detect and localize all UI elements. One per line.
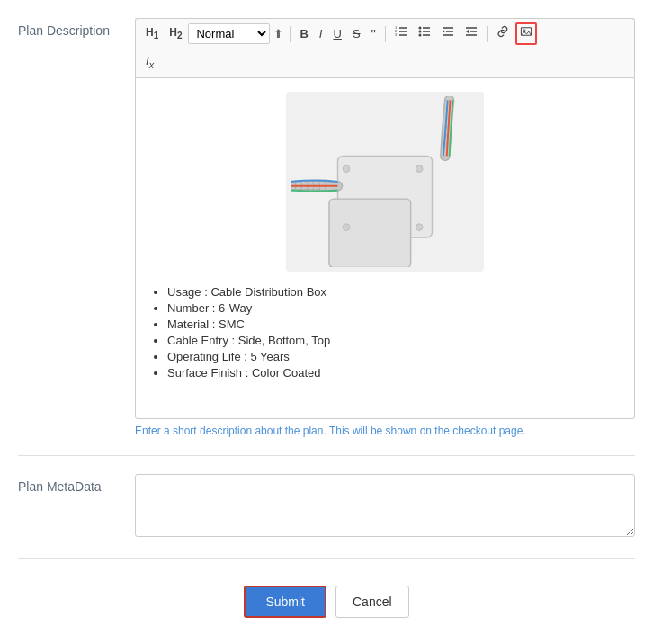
italic-button[interactable]: I [315, 24, 327, 44]
hint-text-before: Enter a short description about the plan… [135, 425, 329, 437]
unordered-list-button[interactable] [414, 23, 435, 44]
svg-point-27 [416, 224, 423, 231]
svg-point-8 [418, 34, 421, 37]
format-select[interactable]: Normal Heading 1 Heading 2 Heading 3 Par… [188, 23, 270, 44]
editor-toolbar-row2: Ix [135, 49, 635, 77]
toolbar-divider-2 [385, 26, 386, 42]
metadata-textarea[interactable] [135, 474, 635, 537]
svg-text:3: 3 [395, 32, 398, 37]
hint-text: Enter a short description about the plan… [135, 425, 635, 437]
svg-point-25 [416, 165, 423, 173]
image-button[interactable] [515, 22, 537, 45]
bullet-item: Number : 6-Way [167, 301, 621, 315]
h1-button[interactable]: H1 [141, 23, 163, 44]
editor-body[interactable]: Usage : Cable Distribution Box Number : … [135, 77, 635, 419]
submit-button[interactable]: Submit [244, 586, 326, 618]
bullet-item: Usage : Cable Distribution Box [167, 285, 621, 299]
product-illustration [291, 96, 479, 267]
svg-point-24 [343, 165, 350, 173]
svg-point-6 [418, 27, 421, 30]
bold-button[interactable]: B [295, 24, 312, 44]
blockquote-button[interactable]: " [367, 22, 380, 45]
form-buttons: Submit Cancel [18, 577, 635, 618]
bullet-item: Cable Entry : Side, Bottom, Top [167, 334, 621, 347]
svg-point-26 [343, 224, 350, 231]
bullet-item: Material : SMC [167, 318, 621, 331]
svg-marker-19 [466, 30, 469, 33]
toolbar-divider-3 [487, 26, 488, 42]
indent-increase-button[interactable] [461, 23, 482, 44]
plan-description-label: Plan Description [18, 18, 135, 38]
product-image-area [149, 92, 621, 272]
clear-format-button[interactable]: Ix [141, 51, 158, 74]
underline-button[interactable]: U [328, 24, 345, 44]
select-arrow-icon: ⬆ [273, 27, 283, 40]
plan-description-editor: H1 H2 Normal Heading 1 Heading 2 Heading… [135, 18, 635, 437]
svg-marker-15 [443, 30, 445, 33]
ordered-list-button[interactable]: 123 [390, 23, 412, 44]
strikethrough-button[interactable]: S [348, 24, 365, 44]
svg-rect-23 [329, 199, 411, 267]
cancel-button[interactable]: Cancel [335, 586, 409, 618]
h2-button[interactable]: H2 [165, 23, 186, 44]
plan-metadata-label: Plan MetaData [18, 474, 135, 494]
plan-metadata-content [135, 474, 635, 540]
product-image [286, 92, 484, 272]
editor-toolbar-row1: H1 H2 Normal Heading 1 Heading 2 Heading… [135, 18, 635, 49]
bullet-item: Operating Life : 5 Years [167, 350, 621, 363]
toolbar-divider-1 [290, 26, 291, 42]
bullet-item: Surface Finish : Color Coated [167, 366, 621, 380]
product-bullet-list: Usage : Cable Distribution Box Number : … [149, 285, 621, 380]
link-button[interactable] [492, 23, 514, 44]
indent-decrease-button[interactable] [437, 23, 459, 44]
plan-metadata-row: Plan MetaData [18, 474, 635, 559]
svg-point-7 [418, 31, 421, 33]
hint-text-link: This will be shown on the checkout page. [329, 425, 526, 437]
plan-description-row: Plan Description H1 H2 Normal Heading 1 … [18, 18, 635, 456]
